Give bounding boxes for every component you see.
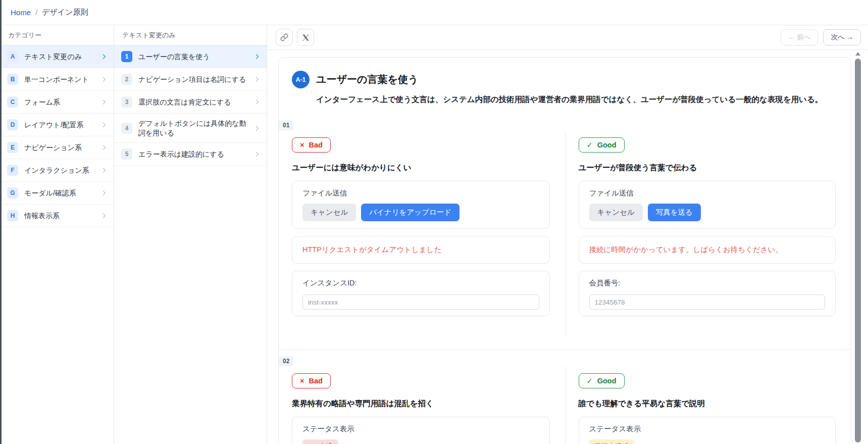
demo-card-file-send-bad: ファイル送信 キャンセル バイナリをアップロード (292, 181, 550, 229)
chevron-right-icon (100, 189, 109, 196)
chevron-right-icon (253, 125, 262, 132)
principle-label: 選択肢の文言は肯定文にする (138, 97, 253, 107)
main-panel: ← 前へ 次へ → A-1 ユーザーの言葉を使う インターフェース上で使う文言は… (267, 25, 868, 444)
chevron-right-icon (253, 53, 262, 60)
categories-panel-header: カテゴリー (0, 25, 114, 45)
x-mark-icon: × (300, 141, 304, 149)
good-badge: ✓ Good (579, 373, 625, 388)
category-key-badge: E (7, 142, 18, 153)
input-label: 会員番号: (589, 278, 826, 288)
category-label: ナビゲーション系 (24, 143, 100, 153)
principle-card: A-1 ユーザーの言葉を使う インターフェース上で使う文言は、システム内部の技術… (278, 57, 851, 444)
categories-panel: カテゴリー A テキスト変更のみ B 単一コンポーネント C フォーム系 D レ… (0, 25, 114, 444)
chevron-right-icon (100, 121, 109, 128)
chevron-right-icon (100, 144, 109, 151)
example-section-01: 01 × Bad ユーザーには意味がわかりにくい ファイル送信 (279, 120, 851, 335)
demo-card-status-good: ステータス表示 目標未達成 (579, 417, 836, 444)
principle-item-4[interactable]: 4 デフォルトボタンには具体的な動詞を用いる (114, 114, 267, 143)
principle-num-badge: 4 (121, 123, 132, 134)
chevron-right-icon (100, 167, 109, 174)
principle-item-1[interactable]: 1 ユーザーの言葉を使う (114, 45, 267, 68)
check-mark-icon: ✓ (587, 377, 593, 385)
breadcrumb-current: デザイン原則 (42, 8, 88, 17)
chevron-right-icon (253, 151, 262, 158)
category-item-d[interactable]: D レイアウト/配置系 (0, 114, 114, 136)
category-item-a[interactable]: A テキスト変更のみ (0, 45, 114, 68)
category-item-f[interactable]: F インタラクション系 (0, 159, 114, 182)
chevron-right-icon (100, 212, 109, 219)
bad-badge-label: Bad (309, 141, 322, 149)
principle-num-badge: 5 (121, 149, 132, 160)
category-item-b[interactable]: B 単一コンポーネント (0, 68, 114, 91)
member-number-input[interactable] (589, 294, 826, 310)
bad-column: × Bad ユーザーには意味がわかりにくい ファイル送信 キャンセル バイナリを… (279, 130, 565, 335)
category-label: インタラクション系 (24, 166, 100, 175)
check-mark-icon: ✓ (587, 141, 593, 149)
chevron-right-icon (253, 98, 262, 106)
breadcrumb-separator: / (31, 8, 42, 17)
bad-badge: × Bad (292, 137, 331, 153)
app-window: Home / デザイン原則 カテゴリー A テキスト変更のみ B 単一コンポーネ… (0, 0, 868, 444)
bad-badge: × Bad (292, 373, 331, 388)
good-badge-label: Good (597, 377, 617, 385)
error-message-text: HTTPリクエストがタイムアウトしました (302, 245, 539, 255)
category-item-c[interactable]: C フォーム系 (0, 91, 114, 114)
demo-card-label: ファイル送信 (302, 188, 539, 198)
window-left-edge (0, 0, 2, 444)
principle-description: インターフェース上で使う文言は、システム内部の技術用語や運営者の業界用語ではなく… (316, 93, 836, 105)
principle-label: ユーザーの言葉を使う (138, 52, 253, 62)
category-key-badge: B (7, 74, 18, 85)
category-key-badge: H (7, 210, 18, 221)
send-photo-button[interactable]: 写真を送る (648, 204, 701, 221)
good-heading: 誰でも理解できる平易な言葉で説明 (579, 399, 836, 409)
chevron-right-icon (100, 53, 109, 60)
principle-num-badge: 2 (121, 74, 132, 85)
category-label: 単一コンポーネント (24, 75, 100, 84)
category-key-badge: A (7, 51, 18, 62)
principles-panel: テキスト変更のみ 1 ユーザーの言葉を使う 2 ナビゲーション項目は名詞にする … (114, 25, 267, 444)
prev-button[interactable]: ← 前へ (781, 29, 819, 45)
demo-card-label: ステータス表示 (589, 424, 826, 434)
bad-heading: 業界特有の略語や専門用語は混乱を招く (292, 399, 550, 409)
breadcrumb-home-link[interactable]: Home (11, 8, 31, 17)
category-key-badge: D (7, 119, 18, 130)
category-label: レイアウト/配置系 (24, 120, 100, 130)
bad-column: × Bad 業界特有の略語や専門用語は混乱を招く ステータス表示 KPI未達 操… (279, 366, 565, 444)
cancel-button[interactable]: キャンセル (589, 204, 643, 221)
bad-heading: ユーザーには意味がわかりにくい (292, 163, 550, 173)
cancel-button[interactable]: キャンセル (302, 204, 356, 221)
category-label: フォーム系 (24, 97, 100, 107)
category-key-badge: C (7, 96, 18, 108)
input-label: インスタンスID: (302, 278, 539, 288)
principle-num-badge: 3 (121, 96, 132, 108)
upload-binary-button[interactable]: バイナリをアップロード (361, 204, 459, 221)
link-icon (280, 33, 288, 41)
category-item-e[interactable]: E ナビゲーション系 (0, 136, 114, 159)
share-x-button[interactable] (297, 29, 314, 46)
category-item-g[interactable]: G モーダル/確認系 (0, 182, 114, 205)
scrollbar (854, 50, 861, 444)
content-scroll-area: A-1 ユーザーの言葉を使う インターフェース上で使う文言は、システム内部の技術… (267, 50, 868, 444)
principle-item-5[interactable]: 5 エラー表示は建設的にする (114, 143, 267, 166)
instance-id-input[interactable] (302, 294, 539, 310)
section-number-badge: 02 (279, 356, 293, 366)
good-heading: ユーザーが普段使う言葉で伝わる (579, 163, 836, 173)
scrollbar-thumb[interactable] (855, 59, 861, 442)
demo-card-label: ファイル送信 (589, 188, 826, 198)
good-badge: ✓ Good (579, 137, 625, 153)
copy-link-button[interactable] (276, 29, 293, 46)
principle-item-3[interactable]: 3 選択肢の文言は肯定文にする (114, 91, 267, 114)
category-item-h[interactable]: H 情報表示系 (0, 205, 114, 227)
status-badge: 目標未達成 (589, 439, 635, 444)
principles-panel-header: テキスト変更のみ (114, 25, 267, 45)
good-badge-label: Good (597, 141, 617, 149)
category-label: テキスト変更のみ (24, 52, 100, 62)
example-section-02: 02 × Bad 業界特有の略語や専門用語は混乱を招く ステータス表示 (279, 350, 851, 444)
next-button[interactable]: 次へ → (823, 29, 861, 45)
principle-label: デフォルトボタンには具体的な動詞を用いる (138, 119, 253, 138)
demo-card-file-send-good: ファイル送信 キャンセル 写真を送る (579, 181, 836, 229)
principle-item-2[interactable]: 2 ナビゲーション項目は名詞にする (114, 68, 267, 91)
principle-label: エラー表示は建設的にする (138, 150, 253, 159)
demo-card-input-bad: インスタンスID: (292, 271, 550, 316)
scroll-up-icon[interactable] (855, 52, 860, 56)
